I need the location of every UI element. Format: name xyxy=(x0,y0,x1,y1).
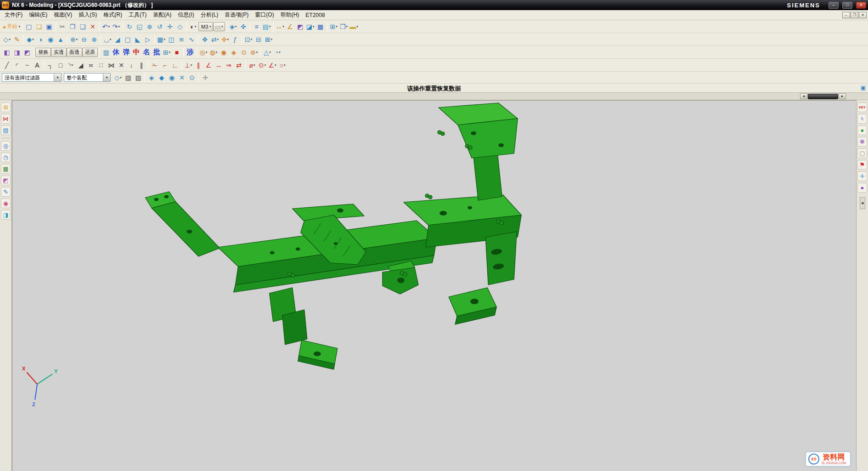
cut-button[interactable]: ✂ xyxy=(57,21,68,32)
subtract-button[interactable]: ⊖ xyxy=(79,34,89,45)
menu-window[interactable]: 窗口(O) xyxy=(252,10,277,20)
system-scene-icon[interactable]: ◨ xyxy=(1,210,11,220)
constraints-button[interactable]: ⊥ ▾ xyxy=(183,60,193,70)
internet-explorer-icon[interactable]: ◎ xyxy=(1,141,11,151)
fit-view-button[interactable]: ◱ xyxy=(135,21,145,32)
perimeter-dimension-button[interactable]: ○ ▾ xyxy=(277,60,287,70)
interfere-button[interactable]: 涉 xyxy=(185,47,195,57)
snap-enable-button[interactable]: ◈ xyxy=(147,72,157,83)
chamfer-sketch-button[interactable]: ◢ xyxy=(76,60,86,70)
arc-button[interactable]: ◜ xyxy=(12,60,22,70)
menu-edit[interactable]: 编辑(E) xyxy=(26,10,51,20)
mirror-curve-button[interactable]: ⋈ xyxy=(106,60,116,70)
perspective-button[interactable]: ◇ xyxy=(175,21,185,32)
sketch-button[interactable]: ✎ xyxy=(12,34,22,45)
rectangle-button[interactable]: □ xyxy=(56,60,66,70)
text-button[interactable]: A xyxy=(32,60,42,70)
new-file-button[interactable]: ▢ xyxy=(24,21,34,32)
layer-settings-button[interactable]: ≡ xyxy=(252,21,262,32)
layer-visibility-button[interactable]: ▤ ▾ xyxy=(262,21,272,32)
deselect-all-button[interactable]: ▨ xyxy=(133,72,143,83)
menu-tools[interactable]: 工具(T) xyxy=(125,10,150,20)
spring-button[interactable]: 弹 xyxy=(121,47,131,57)
animate-dimension-button[interactable]: ↔ xyxy=(214,60,224,70)
snap-arc-center-button[interactable]: △ ▾ xyxy=(262,47,272,57)
window-maximize-button[interactable]: □ xyxy=(842,2,852,9)
synchronous-modeling-button[interactable]: ⇄ ▾ xyxy=(210,34,220,45)
key-help-icon[interactable]: KEY xyxy=(857,102,867,112)
shaded-view-button[interactable]: ◐ ▾ xyxy=(188,21,198,32)
immediate-hide-button[interactable]: ◉ xyxy=(219,47,229,57)
edit-object-display-button[interactable]: ◎ ▾ xyxy=(198,47,209,57)
pattern-feature-button[interactable]: ▦ ▾ xyxy=(156,34,166,45)
process-studio-icon[interactable]: ◩ xyxy=(1,176,11,185)
snap-quadrant-button[interactable]: ◔ ▾ xyxy=(272,47,282,57)
menu-format[interactable]: 格式(R) xyxy=(100,10,125,20)
column-display-button[interactable]: ▥ xyxy=(101,47,111,57)
snap-endpoint-button[interactable]: ◆ xyxy=(157,72,167,83)
quick-trim-button[interactable]: ✁ xyxy=(150,60,160,70)
document-restore-button[interactable]: ❐ xyxy=(851,12,858,18)
part-families-button[interactable]: ⊠ ▾ xyxy=(264,34,274,45)
line-button[interactable]: ╱ xyxy=(2,60,12,70)
zoom-button[interactable]: ⊕ xyxy=(145,21,155,32)
refresh-view-button[interactable]: ↻ xyxy=(124,21,135,32)
revolve-button[interactable]: ◑ xyxy=(35,34,45,45)
hole-button[interactable]: ◉ xyxy=(45,34,56,45)
redo-button[interactable]: ↷ ▾ xyxy=(111,21,121,32)
profile-button[interactable]: ┐ xyxy=(45,60,56,70)
studio-render-button[interactable]: ◩ xyxy=(22,47,32,57)
intersect-button[interactable]: ⊗ xyxy=(89,34,99,45)
roles-icon[interactable]: ◉ xyxy=(1,199,11,208)
material-sphere-icon[interactable]: ● xyxy=(857,125,867,135)
viewport-canvas[interactable]: X Y Z XS 资料网 ZL.XS1616.COM xyxy=(12,100,856,471)
undo-button[interactable]: ↶ ▾ xyxy=(101,21,111,32)
general-selection-filter-button[interactable]: ◇ ▾ xyxy=(113,72,123,83)
pattern-curve-button[interactable]: ∷ xyxy=(96,60,106,70)
section-view-button[interactable]: ◪ ▾ xyxy=(305,21,316,32)
extrude-button[interactable]: ◆ ▾ xyxy=(25,34,35,45)
snap-point-button[interactable]: ◈ ▾ xyxy=(228,21,238,32)
rotate-view-button[interactable]: ↺ xyxy=(155,21,165,32)
solid-transparency-button[interactable]: 实透 xyxy=(51,48,67,57)
highlight-button[interactable]: ▬ ▾ xyxy=(349,21,359,32)
menu-assemblies[interactable]: 装配(A) xyxy=(150,10,175,20)
menu-et2008[interactable]: ET2008 xyxy=(302,11,328,20)
part-3d-model[interactable] xyxy=(145,103,521,369)
purple-ball-icon[interactable]: ● xyxy=(857,183,867,193)
expressions-button[interactable]: ƒ xyxy=(230,34,240,45)
suppress-button[interactable]: 休 xyxy=(111,47,121,57)
object-info-button[interactable]: ◈ xyxy=(229,47,239,57)
restore-button[interactable]: 还原 xyxy=(82,48,98,57)
radial-dimension-button[interactable]: ⊙ ▾ xyxy=(257,60,267,70)
intersection-point-button[interactable]: ✕ xyxy=(116,60,126,70)
menu-information[interactable]: 信息(I) xyxy=(175,10,197,20)
unite-button[interactable]: ⊕ ▾ xyxy=(69,34,79,45)
shell-button[interactable]: ▢ xyxy=(123,34,133,45)
deviation-button[interactable]: ⊚ ▾ xyxy=(249,47,259,57)
show-hide-button[interactable]: ◍ ▾ xyxy=(209,47,219,57)
scroll-left-button[interactable]: ◀ xyxy=(800,93,807,99)
document-minimize-button[interactable]: – xyxy=(842,12,850,18)
wcs-orient-button[interactable]: ✛ xyxy=(200,72,210,83)
assembly-navigator-icon[interactable]: ⊞ xyxy=(1,102,11,112)
tool-cross-icon[interactable]: ✛ xyxy=(857,171,867,181)
replace-button[interactable]: 替换 xyxy=(35,48,51,57)
document-close-button[interactable]: ✕ xyxy=(859,12,867,18)
menu-insert[interactable]: 插入(S) xyxy=(75,10,100,20)
snap-midpoint-button[interactable]: ◉ xyxy=(167,72,177,83)
through-curves-button[interactable]: ∿ xyxy=(186,34,197,45)
snap-center-button[interactable]: ⊙ xyxy=(187,72,197,83)
face-transparency-button[interactable]: 面透 xyxy=(67,48,82,57)
derived-line-button[interactable]: ∥ xyxy=(136,60,147,70)
open-file-button[interactable]: ❏ xyxy=(34,21,44,32)
new-window-button[interactable]: ❒ ▾ xyxy=(339,21,349,32)
boss-button[interactable]: ▲ xyxy=(56,34,66,45)
copy-button[interactable]: ❐ xyxy=(68,21,78,32)
datum-plane-button[interactable]: ◇ ▾ xyxy=(2,34,12,45)
scroll-right-button[interactable]: ▶ xyxy=(839,93,846,99)
convert-to-reference-button[interactable]: ⇒ xyxy=(224,60,234,70)
quick-extend-button[interactable]: ⌐ xyxy=(160,60,170,70)
menu-analysis[interactable]: 分析(L) xyxy=(197,10,222,20)
center-button[interactable]: 中 xyxy=(131,47,141,57)
